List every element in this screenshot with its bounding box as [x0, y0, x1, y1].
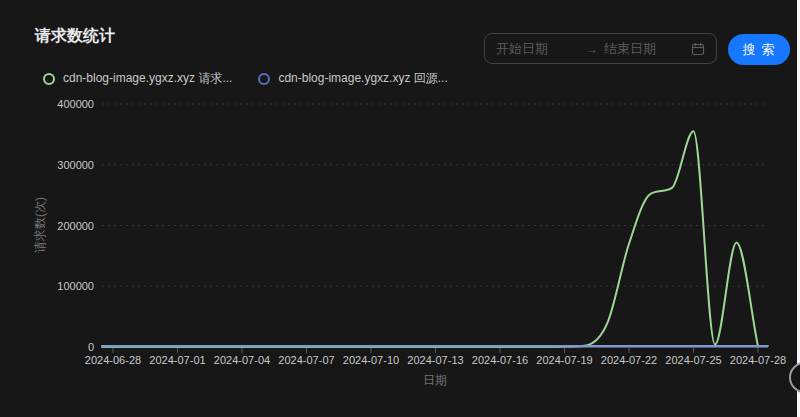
- legend-item-origin[interactable]: cdn-blog-image.ygxz.xyz 回源...: [258, 70, 447, 87]
- svg-text:2024-06-28: 2024-06-28: [85, 354, 141, 366]
- arrow-right-icon: →: [586, 42, 598, 56]
- svg-text:2024-07-22: 2024-07-22: [601, 354, 657, 366]
- svg-text:2024-07-16: 2024-07-16: [472, 354, 528, 366]
- svg-text:2024-07-25: 2024-07-25: [665, 354, 721, 366]
- svg-text:400000: 400000: [57, 98, 94, 110]
- search-button[interactable]: 搜 索: [728, 34, 790, 65]
- svg-text:2024-07-19: 2024-07-19: [536, 354, 592, 366]
- x-axis-title: 日期: [423, 372, 447, 389]
- svg-text:2024-07-04: 2024-07-04: [214, 354, 270, 366]
- page-title: 请求数统计: [35, 26, 115, 47]
- calendar-icon[interactable]: [691, 42, 705, 56]
- date-range-picker[interactable]: →: [484, 33, 717, 64]
- legend-label: cdn-blog-image.ygxz.xyz 请求...: [63, 70, 232, 87]
- end-date-input[interactable]: [604, 41, 688, 56]
- svg-text:300000: 300000: [57, 159, 94, 171]
- legend-circle-icon: [43, 73, 55, 85]
- svg-text:2024-07-10: 2024-07-10: [343, 354, 399, 366]
- y-axis-title: 请求数(次): [32, 197, 49, 253]
- svg-text:2024-07-28: 2024-07-28: [730, 354, 786, 366]
- svg-text:2024-07-01: 2024-07-01: [149, 354, 205, 366]
- chart-legend: cdn-blog-image.ygxz.xyz 请求... cdn-blog-i…: [43, 70, 448, 87]
- svg-text:100000: 100000: [57, 280, 94, 292]
- svg-text:0: 0: [88, 341, 94, 353]
- legend-label: cdn-blog-image.ygxz.xyz 回源...: [278, 70, 447, 87]
- legend-circle-icon: [258, 73, 270, 85]
- svg-text:200000: 200000: [57, 220, 94, 232]
- legend-item-requests[interactable]: cdn-blog-image.ygxz.xyz 请求...: [43, 70, 232, 87]
- start-date-input[interactable]: [496, 41, 580, 56]
- svg-text:2024-07-07: 2024-07-07: [278, 354, 334, 366]
- svg-text:2024-07-13: 2024-07-13: [407, 354, 463, 366]
